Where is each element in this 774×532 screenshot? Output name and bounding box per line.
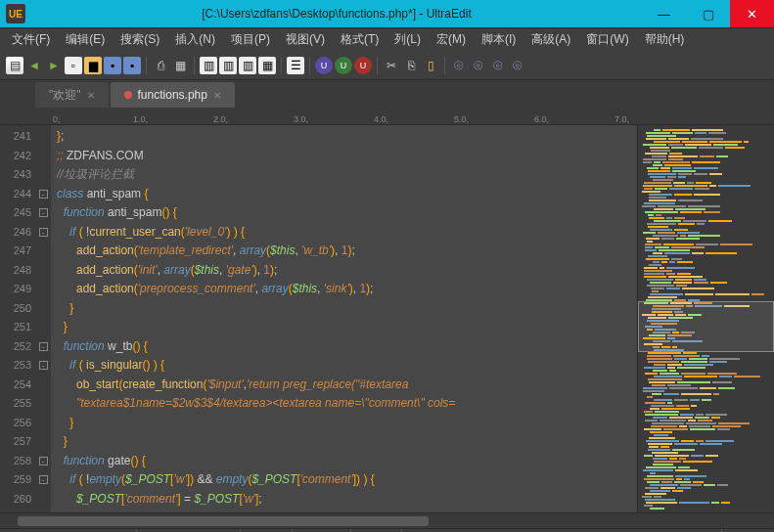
fold-marker[interactable]	[35, 376, 51, 395]
fold-marker[interactable]: -	[35, 185, 51, 204]
minimap-line	[642, 446, 770, 448]
code-line[interactable]: if ( is_singular() ) {	[57, 356, 631, 376]
code-line[interactable]: if ( !empty($_POST['w']) && empty($_POST…	[57, 470, 631, 490]
menu-item[interactable]: 格式(T)	[333, 29, 387, 50]
view-icon-3[interactable]: ▥	[239, 57, 256, 74]
group-icon-2[interactable]: ⦾	[470, 57, 487, 74]
copy-icon[interactable]: ⎘	[402, 57, 420, 74]
menu-item[interactable]: 编辑(E)	[58, 29, 113, 50]
save-icon[interactable]: ▪	[104, 57, 121, 74]
minimize-button[interactable]: —	[642, 0, 686, 27]
list-icon[interactable]: ☰	[287, 57, 304, 74]
fold-marker[interactable]	[35, 394, 51, 414]
menu-item[interactable]: 脚本(I)	[474, 29, 524, 50]
menu-item[interactable]: 搜索(S)	[113, 29, 167, 50]
code-line[interactable]: }	[57, 432, 631, 452]
uf-badge-icon[interactable]: U	[335, 57, 352, 74]
menu-item[interactable]: 文件(F)	[4, 29, 58, 50]
fold-marker[interactable]	[35, 490, 51, 510]
save-all-icon[interactable]: ▪	[123, 57, 141, 74]
title-bar: UE [C:\Users\zdfans\Desktop\functions.ph…	[0, 0, 774, 27]
print-preview-icon[interactable]: ▦	[171, 57, 189, 74]
code-line[interactable]: add_action('init', array($this, 'gate'),…	[57, 261, 631, 281]
code-line[interactable]: //垃圾评论拦截	[57, 165, 631, 185]
group-icon-3[interactable]: ⦾	[489, 57, 507, 74]
menu-item[interactable]: 插入(N)	[167, 29, 223, 50]
fold-marker[interactable]	[35, 299, 51, 319]
menu-item[interactable]: 列(L)	[387, 29, 429, 50]
code-line[interactable]: add_action('preprocess_comment', array($…	[57, 280, 631, 299]
minimap-line	[642, 258, 770, 260]
code-line[interactable]: function anti_spam() {	[57, 203, 631, 223]
ue-badge-icon[interactable]: U	[315, 57, 333, 74]
horizontal-scrollbar[interactable]	[0, 512, 774, 528]
menu-item[interactable]: 宏(M)	[429, 29, 474, 50]
minimap-line	[642, 420, 770, 421]
tab[interactable]: "欢迎"✕	[35, 82, 109, 108]
print-icon[interactable]: ⎙	[152, 57, 169, 74]
fold-marker[interactable]: -	[35, 223, 51, 243]
menu-item[interactable]: 视图(V)	[278, 29, 333, 50]
menu-item[interactable]: 窗口(W)	[578, 29, 636, 50]
fold-marker[interactable]	[35, 127, 51, 147]
menu-item[interactable]: 高级(A)	[524, 29, 578, 50]
code-line[interactable]: $_POST['comment'] = $_POST['w'];	[57, 490, 631, 510]
toolbar-separator	[146, 57, 147, 74]
maximize-button[interactable]: ▢	[686, 0, 730, 27]
fold-marker[interactable]	[35, 280, 51, 299]
fold-column[interactable]: --- -- -- -	[35, 125, 51, 512]
code-line[interactable]: }	[57, 318, 631, 337]
fold-marker[interactable]: -	[35, 509, 51, 512]
code-line[interactable]: ob_start(create_function('$input','retur…	[57, 376, 631, 395]
fold-marker[interactable]	[35, 147, 51, 166]
menu-item[interactable]: 帮助(H)	[637, 29, 693, 50]
scrollbar-thumb[interactable]	[18, 516, 429, 526]
code-line[interactable]: function w_tb() {	[57, 337, 631, 357]
paste-icon[interactable]: ▯	[422, 57, 439, 74]
tab-close-icon[interactable]: ✕	[213, 90, 221, 101]
close-button[interactable]: ✕	[730, 0, 774, 27]
forward-icon[interactable]: ►	[45, 57, 63, 74]
view-icon-1[interactable]: ▥	[200, 57, 217, 74]
back-icon[interactable]: ◄	[25, 57, 43, 74]
group-icon-4[interactable]: ⦾	[509, 57, 526, 74]
code-line[interactable]: if ( !current_user_can('level_0') ) {	[57, 223, 631, 243]
code-line[interactable]: function gate() {	[57, 452, 631, 471]
fold-marker[interactable]	[35, 432, 51, 452]
fold-marker[interactable]: -	[35, 356, 51, 376]
main-editor[interactable]: 2412422432442452462472482492502512522532…	[0, 125, 637, 512]
fold-marker[interactable]: -	[35, 452, 51, 471]
tab-close-icon[interactable]: ✕	[87, 90, 95, 101]
document-icon[interactable]: ▫	[65, 57, 82, 74]
tab[interactable]: functions.php✕	[111, 82, 235, 108]
fold-marker[interactable]	[35, 242, 51, 261]
view-icon-2[interactable]: ▥	[219, 57, 237, 74]
code-line[interactable]: "textarea$1name=$2w$3$4/textarea><textar…	[57, 394, 631, 414]
fold-marker[interactable]: -	[35, 337, 51, 357]
code-line[interactable]: };	[57, 127, 631, 147]
cut-icon[interactable]: ✂	[383, 57, 400, 74]
open-folder-icon[interactable]: ▆	[84, 57, 102, 74]
code-line[interactable]: class anti_spam {	[57, 185, 631, 204]
minimap-line	[642, 246, 770, 248]
fold-marker[interactable]	[35, 318, 51, 337]
new-file-icon[interactable]: ▤	[6, 57, 23, 74]
us-badge-icon[interactable]: U	[354, 57, 372, 74]
fold-marker[interactable]	[35, 414, 51, 433]
minimap[interactable]	[637, 125, 774, 512]
fold-marker[interactable]: -	[35, 203, 51, 223]
fold-marker[interactable]	[35, 261, 51, 281]
menu-item[interactable]: 项目(P)	[223, 29, 278, 50]
minimap-viewport[interactable]	[638, 301, 774, 352]
code-line[interactable]: } else {	[57, 509, 631, 512]
group-icon-1[interactable]: ⦾	[450, 57, 468, 74]
code-view[interactable]: };;; ZDFANS.COM//垃圾评论拦截class anti_spam {…	[51, 125, 637, 512]
minimap-line	[642, 499, 770, 501]
code-line[interactable]: ;; ZDFANS.COM	[57, 147, 631, 166]
view-icon-4[interactable]: ▦	[258, 57, 276, 74]
code-line[interactable]: add_action('template_redirect', array($t…	[57, 242, 631, 261]
code-line[interactable]: }	[57, 414, 631, 433]
fold-marker[interactable]	[35, 165, 51, 185]
fold-marker[interactable]: -	[35, 470, 51, 490]
code-line[interactable]: }	[57, 299, 631, 319]
